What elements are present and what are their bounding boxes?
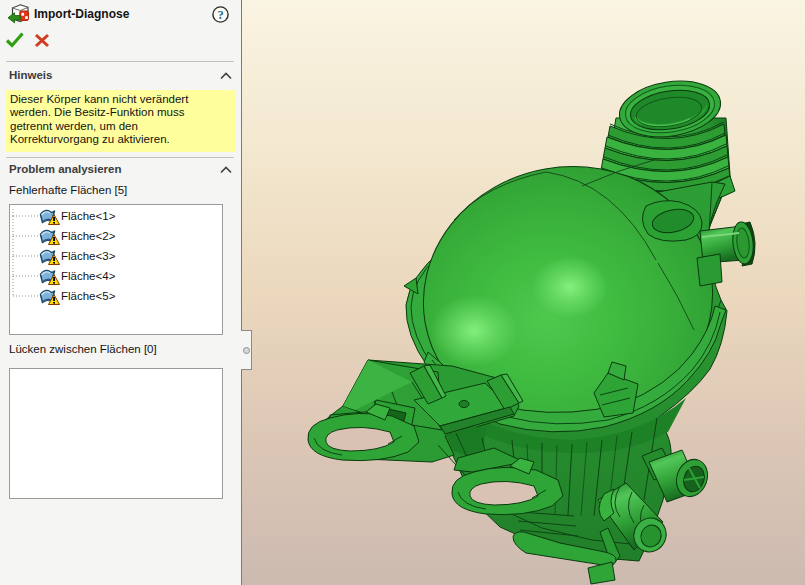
svg-text:?: ?: [217, 8, 223, 22]
